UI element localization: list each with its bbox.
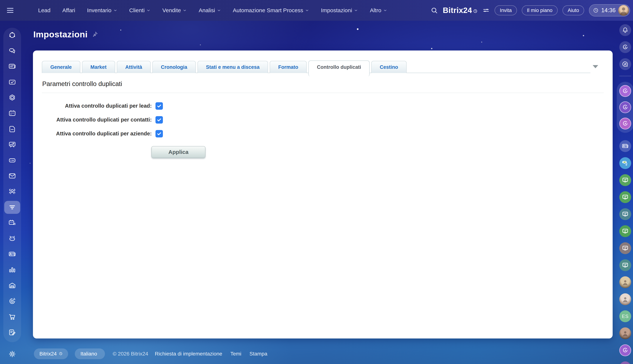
copilot-icon[interactable] (619, 118, 631, 130)
people-group-icon[interactable] (6, 186, 18, 197)
sliders-icon[interactable] (482, 7, 490, 14)
monitor-check-icon[interactable] (619, 242, 631, 254)
user-avatar[interactable] (619, 362, 631, 364)
field-label: Attiva controllo duplicati per contatti: (42, 117, 152, 123)
monitor-check-icon[interactable] (619, 225, 631, 237)
nav-item-inventario[interactable]: Inventario (87, 7, 117, 14)
nav-item-lead[interactable]: Lead (38, 7, 51, 14)
tab-cestino[interactable]: Cestino (371, 61, 407, 73)
footer-brand-clock-icon (59, 351, 63, 354)
field-label: Attiva controllo duplicati per aziende: (42, 130, 152, 137)
bitrix24-logo[interactable]: Bitrix24 (443, 6, 477, 15)
chat-bubbles-icon[interactable] (6, 46, 18, 56)
contact-card-icon[interactable] (619, 140, 631, 152)
tab-controllo-duplicati[interactable]: Controllo duplicati (308, 60, 369, 76)
video-conference-icon[interactable] (6, 140, 18, 150)
nav-item-label: Impostazioni (321, 7, 352, 14)
drive-box-icon[interactable] (6, 155, 18, 166)
footer-link-temi[interactable]: Temi (230, 351, 241, 357)
bar-chart-icon[interactable] (6, 265, 18, 275)
my-plan-button[interactable]: Il mio piano (522, 5, 558, 15)
initials-badge[interactable]: ES (619, 310, 631, 322)
monitor-check-icon[interactable] (619, 174, 631, 186)
language-selector[interactable]: Italiano (75, 348, 105, 359)
field-label: Attiva controllo duplicati per lead: (42, 103, 152, 109)
tab-formato[interactable]: Formato (270, 61, 307, 73)
tab-attivita[interactable]: Attività (117, 61, 151, 73)
tabs-overflow-caret-icon[interactable] (593, 65, 598, 68)
checkbox-checked[interactable] (156, 130, 163, 138)
tab-stati-e-menu-a-discesa[interactable]: Stati e menu a discesa (198, 61, 268, 73)
user-avatar[interactable] (618, 5, 629, 16)
field-row: Attiva controllo duplicati per aziende: (42, 127, 604, 140)
footer-brand-badge[interactable]: Bitrix24 (34, 348, 68, 359)
nav-item-automazione-smart-process[interactable]: Automazione Smart Process (233, 7, 309, 14)
nav-item-label: Lead (38, 7, 51, 14)
checkbox-checked[interactable] (156, 116, 163, 124)
document-page-icon[interactable] (6, 124, 18, 134)
nav-item-clienti[interactable]: Clienti (129, 7, 151, 14)
footer-link-richiesta-di-implementazione[interactable]: Richiesta di implementazione (155, 351, 222, 357)
apply-button[interactable]: Applica (151, 146, 205, 158)
ai-robot-icon[interactable] (6, 234, 18, 244)
collab-network-icon[interactable] (6, 30, 18, 40)
newsfeed-card-icon[interactable] (6, 61, 18, 72)
pin-icon[interactable] (91, 31, 98, 38)
nav-item-analisi[interactable]: Analisi (199, 7, 221, 14)
page-title: Impostazioni (33, 29, 88, 40)
tasks-check-icon[interactable] (6, 77, 18, 87)
logo-text: Bitrix24 (443, 6, 472, 15)
copilot-icon[interactable] (619, 41, 631, 53)
field-row: Attiva controllo duplicati per lead: (42, 99, 604, 113)
chevron-down-icon (183, 8, 187, 12)
language-label: Italiano (80, 351, 97, 357)
user-avatar[interactable] (619, 293, 631, 305)
monitor-check-icon[interactable] (619, 191, 631, 203)
search-icon[interactable] (430, 7, 438, 14)
nav-item-affari[interactable]: Affari (62, 7, 75, 14)
contact-card-icon[interactable] (6, 249, 18, 259)
nav-item-altro[interactable]: Altro (370, 7, 387, 14)
footer: Bitrix24 Italiano © 2026 Bitrix24 Richie… (34, 348, 267, 359)
booking-calendar-icon[interactable] (6, 218, 18, 228)
nav-item-vendite[interactable]: Vendite (162, 7, 187, 14)
crm-funnel-icon[interactable] (4, 201, 20, 214)
settings-gear-icon[interactable] (8, 350, 17, 359)
initials-text: ES (622, 314, 629, 319)
user-avatar[interactable] (619, 328, 631, 339)
clock-icon (593, 8, 598, 13)
mail-envelope-icon[interactable] (6, 171, 18, 181)
tab-market[interactable]: Market (82, 61, 115, 73)
chevron-down-icon (354, 8, 358, 12)
tab-cronologia[interactable]: Cronologia (152, 61, 196, 73)
copilot-icon[interactable] (619, 344, 631, 356)
help-button[interactable]: Aiuto (562, 5, 584, 15)
messenger-sync-icon[interactable] (619, 58, 631, 70)
marketing-target-icon[interactable] (6, 296, 18, 306)
chat-green-lines-icon[interactable] (619, 157, 631, 169)
current-time: 14:36 (601, 7, 615, 14)
monitor-check-icon[interactable] (619, 259, 631, 271)
chevron-down-icon (217, 8, 221, 12)
sign-document-icon[interactable] (6, 327, 18, 338)
time-widget[interactable]: 14:36 (589, 4, 630, 16)
section-heading: Parametri controllo duplicati (42, 80, 604, 88)
shopping-cart-icon[interactable] (6, 312, 18, 322)
copilot-icon[interactable] (619, 101, 631, 113)
tab-generale[interactable]: Generale (42, 61, 80, 73)
user-avatar[interactable] (619, 276, 631, 288)
copilot-hexagon-icon[interactable] (6, 92, 18, 103)
nav-item-label: Automazione Smart Process (233, 7, 303, 14)
notifications-bell-icon[interactable] (619, 24, 631, 36)
monitor-check-icon[interactable] (619, 208, 631, 220)
invite-button[interactable]: Invita (494, 5, 517, 15)
topbar-right-cluster: Bitrix24 Invita Il mio piano Aiuto 14:36 (430, 0, 630, 21)
calendar-dots-icon[interactable] (6, 108, 18, 118)
hamburger-menu-icon[interactable] (0, 6, 20, 14)
copilot-icon[interactable] (619, 85, 631, 97)
nav-item-impostazioni[interactable]: Impostazioni (321, 7, 358, 14)
checkbox-checked[interactable] (156, 102, 163, 110)
footer-link-stampa[interactable]: Stampa (250, 351, 267, 357)
warehouse-icon[interactable] (6, 280, 18, 291)
nav-item-label: Inventario (87, 7, 112, 14)
